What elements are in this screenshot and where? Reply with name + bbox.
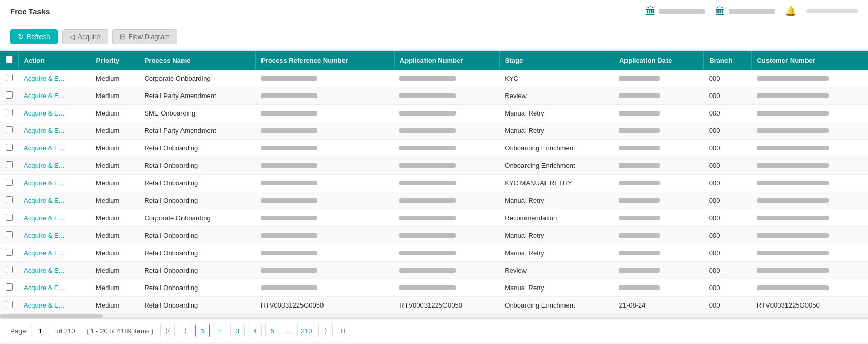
- redacted-ref: [261, 233, 317, 238]
- action-link[interactable]: Acquire & E...: [24, 284, 64, 292]
- row-checkbox[interactable]: [6, 74, 13, 81]
- select-all-checkbox[interactable]: [6, 56, 13, 63]
- redacted-app-num: [399, 76, 456, 81]
- flow-diagram-icon: ⊞: [120, 33, 126, 41]
- row-stage: KYC MANUAL RETRY: [499, 175, 614, 192]
- row-action: Acquire & E...: [18, 122, 91, 140]
- row-app-number: [394, 157, 499, 175]
- page-4-button[interactable]: 4: [248, 324, 262, 337]
- table-row: Acquire & E...MediumRetail OnboardingMan…: [0, 192, 868, 209]
- action-link[interactable]: Acquire & E...: [24, 179, 64, 187]
- row-app-number: [394, 262, 499, 279]
- row-process-ref: [256, 157, 395, 175]
- redacted-app-num: [399, 111, 456, 116]
- row-app-date: [614, 175, 703, 192]
- refresh-icon: ↻: [18, 33, 24, 41]
- prev-page-button[interactable]: ⟨: [178, 324, 192, 337]
- row-app-date: [614, 122, 703, 140]
- row-app-date: [614, 140, 703, 157]
- row-app-number: RTV00031225G0050: [394, 297, 499, 314]
- row-priority: Medium: [91, 175, 139, 192]
- row-priority: Medium: [91, 192, 139, 209]
- page-2-button[interactable]: 2: [213, 324, 227, 337]
- row-checkbox[interactable]: [6, 196, 13, 203]
- horizontal-scrollbar[interactable]: [0, 314, 868, 318]
- row-checkbox[interactable]: [6, 161, 13, 168]
- row-app-date: [614, 262, 703, 279]
- redacted-app-num: [399, 251, 456, 255]
- action-link[interactable]: Acquire & E...: [24, 74, 64, 82]
- action-link[interactable]: Acquire & E...: [24, 162, 64, 169]
- page-number-input[interactable]: 1: [31, 326, 49, 336]
- row-app-date: [614, 209, 703, 227]
- row-checkbox-cell: [0, 244, 18, 262]
- redacted-app-num: [399, 181, 456, 185]
- page-5-button[interactable]: 5: [265, 324, 279, 337]
- redacted-date: [619, 285, 660, 290]
- scroll-indicator: [806, 9, 858, 13]
- row-checkbox[interactable]: [6, 179, 13, 186]
- row-app-date: [614, 105, 703, 122]
- redacted-app-num: [399, 233, 456, 238]
- bank-name-2: [729, 9, 775, 14]
- header-right: 🏛 🏛 🔔: [645, 6, 858, 17]
- action-link[interactable]: Acquire & E...: [24, 197, 64, 204]
- action-link[interactable]: Acquire & E...: [24, 214, 64, 222]
- redacted-customer: [757, 128, 829, 133]
- row-checkbox[interactable]: [6, 109, 13, 116]
- row-stage: Review: [499, 262, 614, 279]
- redacted-date: [619, 128, 660, 133]
- acquire-button[interactable]: ◁ Acquire: [62, 29, 108, 44]
- redacted-date: [619, 93, 660, 98]
- table-row: Acquire & E...MediumRetail OnboardingOnb…: [0, 140, 868, 157]
- row-priority: Medium: [91, 279, 139, 297]
- row-app-date: [614, 70, 703, 87]
- row-checkbox-cell: [0, 105, 18, 122]
- page-1-button[interactable]: 1: [195, 324, 210, 337]
- action-link[interactable]: Acquire & E...: [24, 301, 64, 309]
- next-page-button[interactable]: ⟩: [318, 324, 333, 337]
- row-branch: 000: [704, 105, 752, 122]
- action-link[interactable]: Acquire & E...: [24, 266, 64, 274]
- row-checkbox[interactable]: [6, 301, 13, 308]
- action-link[interactable]: Acquire & E...: [24, 92, 64, 100]
- first-page-button[interactable]: ⟨⟨: [160, 324, 175, 337]
- row-checkbox-cell: [0, 70, 18, 87]
- row-process-ref: [256, 279, 395, 297]
- row-customer-number: [752, 244, 868, 262]
- redacted-date: [619, 181, 660, 185]
- row-checkbox-cell: [0, 157, 18, 175]
- row-checkbox[interactable]: [6, 214, 13, 221]
- action-link[interactable]: Acquire & E...: [24, 144, 64, 152]
- scrollbar-thumb[interactable]: [0, 314, 103, 318]
- row-branch: 000: [704, 244, 752, 262]
- row-process-ref: [256, 140, 395, 157]
- action-link[interactable]: Acquire & E...: [24, 249, 64, 257]
- row-checkbox[interactable]: [6, 91, 13, 99]
- row-checkbox[interactable]: [6, 249, 13, 256]
- refresh-button[interactable]: ↻ Refresh: [10, 29, 58, 44]
- notification-bell-icon[interactable]: 🔔: [785, 6, 796, 17]
- row-priority: Medium: [91, 297, 139, 314]
- last-page-button[interactable]: ⟩⟩: [336, 324, 350, 337]
- row-action: Acquire & E...: [18, 227, 91, 244]
- row-checkbox[interactable]: [6, 283, 13, 291]
- header-action: Action: [18, 51, 91, 70]
- page-3-button[interactable]: 3: [230, 324, 245, 337]
- row-checkbox[interactable]: [6, 126, 13, 133]
- action-link[interactable]: Acquire & E...: [24, 127, 64, 135]
- row-checkbox[interactable]: [6, 144, 13, 151]
- row-action: Acquire & E...: [18, 262, 91, 279]
- page-210-button[interactable]: 210: [297, 324, 316, 337]
- row-action: Acquire & E...: [18, 105, 91, 122]
- action-link[interactable]: Acquire & E...: [24, 232, 64, 239]
- row-checkbox[interactable]: [6, 231, 13, 238]
- redacted-ref: [261, 268, 317, 273]
- row-checkbox[interactable]: [6, 266, 13, 273]
- flow-diagram-button[interactable]: ⊞ Flow Diagram: [112, 29, 177, 44]
- row-process-ref: [256, 70, 395, 87]
- row-process-ref: [256, 227, 395, 244]
- action-link[interactable]: Acquire & E...: [24, 109, 64, 117]
- row-app-date: [614, 87, 703, 105]
- redacted-date: [619, 216, 660, 220]
